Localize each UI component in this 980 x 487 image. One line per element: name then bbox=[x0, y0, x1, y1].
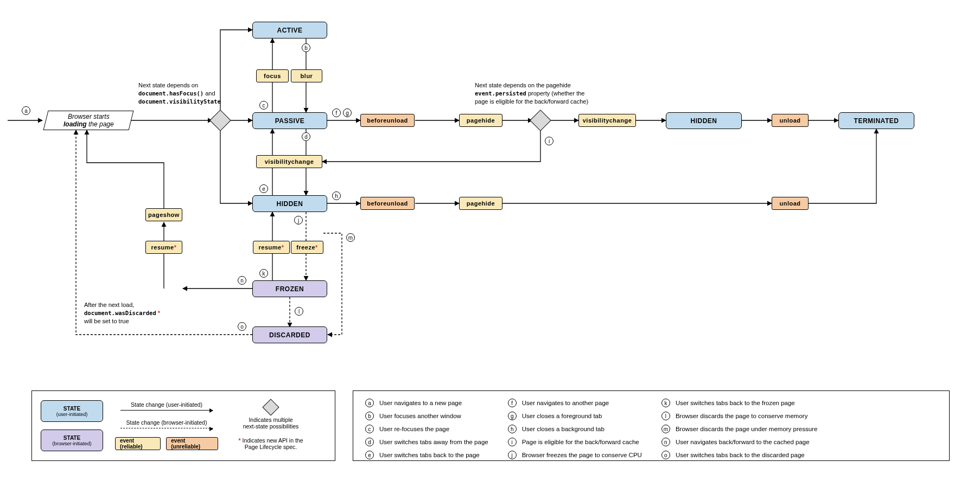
glossary-i: iPage is eligible for the back/forward c… bbox=[508, 438, 642, 446]
marker-b: b bbox=[302, 43, 310, 52]
event-visibilitychange-p: visibilitychange bbox=[256, 155, 322, 168]
event-beforeunload-1: beforeunload bbox=[360, 114, 415, 127]
event-blur: blur bbox=[291, 69, 322, 82]
glossary-d: dUser switches tabs away from the page bbox=[365, 438, 488, 446]
event-visibilitychange-after: visibilitychange bbox=[578, 114, 636, 127]
glossary-f: fUser navigates to another page bbox=[508, 399, 642, 407]
event-focus: focus bbox=[256, 69, 289, 82]
marker-i: i bbox=[545, 137, 553, 145]
glossary-e: eUser switches tabs back to the page bbox=[365, 451, 488, 459]
loader-text: Browser startsloading the page bbox=[63, 113, 114, 128]
event-resume-left: resume* bbox=[145, 241, 182, 254]
legend-state-user: STATE(user-initiated) bbox=[41, 400, 103, 422]
glossary-panel: aUser navigates to a new page bUser focu… bbox=[353, 390, 950, 461]
marker-n: n bbox=[238, 276, 246, 285]
annot-wasdiscarded: After the next load, document.wasDiscard… bbox=[84, 301, 187, 325]
glossary-g: gUser closes a foreground tab bbox=[508, 412, 642, 420]
legend-state-browser: STATE(browser-initiated) bbox=[41, 430, 103, 451]
diagram-canvas: a b c d e f g h i j k l m n o Browser st… bbox=[0, 0, 980, 487]
legend-star-text: * Indicates new API in thePage Lifecycle… bbox=[238, 437, 303, 450]
legend-panel: STATE(user-initiated) STATE(browser-init… bbox=[31, 390, 335, 461]
glossary-c: cUser re-focuses the page bbox=[365, 425, 488, 433]
state-discarded: DISCARDED bbox=[252, 326, 327, 343]
event-freeze: freeze* bbox=[291, 241, 323, 254]
annot-persisted: Next state depends on the pagehideevent.… bbox=[475, 81, 616, 106]
event-unload-1: unload bbox=[772, 114, 809, 127]
marker-j: j bbox=[294, 216, 303, 225]
legend-arrow-user bbox=[120, 410, 213, 411]
decision-initial bbox=[209, 110, 231, 131]
legend-arrow-user-label: State change (user-initiated) bbox=[131, 401, 202, 408]
marker-g: g bbox=[343, 108, 352, 117]
marker-m: m bbox=[346, 233, 355, 242]
event-pageshow: pageshow bbox=[145, 208, 182, 221]
state-active: ACTIVE bbox=[252, 22, 327, 39]
marker-h: h bbox=[332, 191, 341, 200]
glossary-k: kUser switches tabs back to the frozen p… bbox=[661, 399, 817, 407]
legend-arrow-browser-label: State change (browser-initiated) bbox=[126, 419, 207, 426]
marker-a: a bbox=[22, 106, 30, 115]
state-hidden-2: HIDDEN bbox=[666, 112, 742, 129]
event-pagehide-2: pagehide bbox=[459, 197, 502, 210]
glossary-n: nUser navigates back/forward to the cach… bbox=[661, 438, 817, 446]
legend-diamond-icon bbox=[262, 399, 279, 415]
glossary-o: oUser switches tabs back to the discarde… bbox=[661, 451, 817, 459]
state-terminated: TERMINATED bbox=[838, 112, 914, 129]
glossary-h: hUser closes a background tab bbox=[508, 425, 642, 433]
legend-event-reliable: event (reliable) bbox=[115, 437, 161, 450]
marker-e: e bbox=[259, 184, 268, 193]
state-frozen: FROZEN bbox=[252, 280, 327, 297]
event-resume-p: resume* bbox=[253, 241, 290, 254]
legend-diamond-text: Indicates multiplenext-state possibiliti… bbox=[243, 416, 299, 430]
marker-o: o bbox=[238, 322, 246, 331]
glossary-j: jBrowser freezes the page to conserve CP… bbox=[508, 451, 642, 459]
legend-arrow-browser bbox=[120, 428, 213, 428]
event-beforeunload-2: beforeunload bbox=[360, 197, 415, 210]
event-unload-2: unload bbox=[772, 197, 809, 210]
marker-f: f bbox=[332, 108, 341, 117]
loader-box: Browser startsloading the page bbox=[43, 111, 134, 130]
state-passive: PASSIVE bbox=[252, 112, 327, 129]
event-pagehide-1: pagehide bbox=[459, 114, 502, 127]
annot-hasfocus: Next state depends on document.hasFocus(… bbox=[138, 81, 241, 106]
glossary-m: mBrowser discards the page under memory … bbox=[661, 425, 817, 433]
decision-persisted bbox=[530, 110, 551, 131]
state-hidden: HIDDEN bbox=[252, 195, 327, 212]
glossary-b: bUser focuses another window bbox=[365, 412, 488, 420]
glossary-a: aUser navigates to a new page bbox=[365, 399, 488, 407]
legend-event-unreliable: event (unreliable) bbox=[166, 437, 218, 450]
marker-l: l bbox=[295, 307, 303, 316]
marker-d: d bbox=[302, 132, 310, 141]
marker-c: c bbox=[259, 101, 268, 110]
marker-k: k bbox=[259, 269, 268, 278]
glossary-l: lBrowser discards the page to conserve m… bbox=[661, 412, 817, 420]
